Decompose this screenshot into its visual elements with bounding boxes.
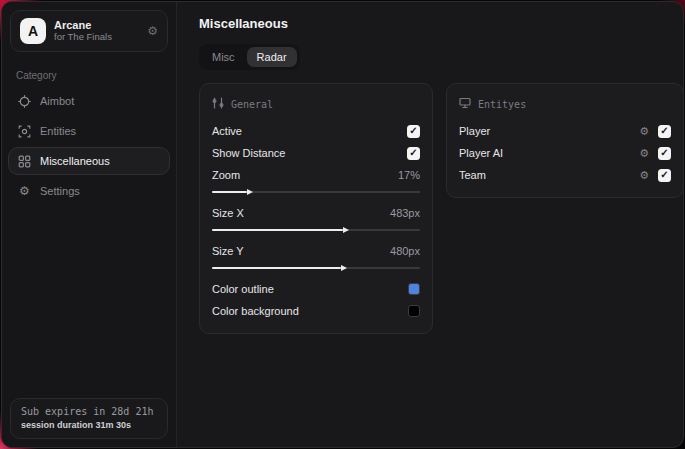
category-label: Category xyxy=(16,70,162,81)
app-title: Arcane xyxy=(54,19,139,32)
gear-icon: ⚙ xyxy=(18,185,31,198)
general-panel-title: General xyxy=(231,99,273,110)
entity-label: Player xyxy=(459,125,490,137)
check-icon: ✓ xyxy=(660,148,668,158)
color-row-background: Color background xyxy=(212,300,420,322)
sidebar: A Arcane for The Finals ⚙ Category Aimbo… xyxy=(2,2,177,447)
tab-group: Misc Radar xyxy=(199,44,300,70)
tab-radar[interactable]: Radar xyxy=(247,47,297,67)
sidebar-item-label: Aimbot xyxy=(40,95,74,107)
sidebar-item-label: Miscellaneous xyxy=(40,155,110,167)
page-title: Miscellaneous xyxy=(199,16,684,31)
app-window: A Arcane for The Finals ⚙ Category Aimbo… xyxy=(1,1,684,448)
color-label: Color outline xyxy=(212,283,274,295)
player-checkbox[interactable]: ✓ xyxy=(658,125,671,138)
slider-row-size-x: Size X 483px xyxy=(212,202,420,224)
grid-icon xyxy=(18,155,31,168)
zoom-slider-thumb[interactable] xyxy=(212,191,247,193)
sidebar-item-entities[interactable]: Entities xyxy=(8,117,170,145)
player-ai-checkbox[interactable]: ✓ xyxy=(658,147,671,160)
gear-icon[interactable]: ⚙ xyxy=(639,148,649,159)
subscription-box: Sub expires in 28d 21h session duration … xyxy=(10,398,168,439)
active-checkbox[interactable]: ✓ xyxy=(407,125,420,138)
tab-misc[interactable]: Misc xyxy=(202,47,245,67)
sub-expires-text: Sub expires in 28d 21h xyxy=(21,406,157,417)
slider-value: 483px xyxy=(390,207,420,219)
sidebar-nav: Aimbot Entities xyxy=(2,87,176,205)
entities-panel: Entityes Player ⚙ ✓ Player AI ⚙ ✓ xyxy=(446,83,684,198)
session-duration-text: session duration 31m 30s xyxy=(21,420,157,430)
size-y-slider[interactable] xyxy=(212,264,420,272)
entities-panel-title: Entityes xyxy=(478,99,526,110)
entity-row-player: Player ⚙ ✓ xyxy=(459,120,671,142)
outline-color-swatch[interactable] xyxy=(408,283,420,295)
size-y-slider-thumb[interactable] xyxy=(212,267,341,269)
crosshair-icon xyxy=(18,95,31,108)
entity-label: Player AI xyxy=(459,147,503,159)
entity-row-player-ai: Player AI ⚙ ✓ xyxy=(459,142,671,164)
color-row-outline: Color outline xyxy=(212,278,420,300)
gear-icon[interactable]: ⚙ xyxy=(639,170,649,181)
zoom-slider[interactable] xyxy=(212,188,420,196)
gear-icon[interactable]: ⚙ xyxy=(639,126,649,137)
color-label: Color background xyxy=(212,305,299,317)
slider-value: 17% xyxy=(398,169,420,181)
check-icon: ✓ xyxy=(409,126,417,136)
slider-value: 480px xyxy=(390,245,420,257)
size-x-slider-thumb[interactable] xyxy=(212,229,343,231)
monitor-icon xyxy=(459,95,471,113)
entity-label: Team xyxy=(459,169,486,181)
slider-row-zoom: Zoom 17% xyxy=(212,164,420,186)
toggle-row-show-distance: Show Distance ✓ xyxy=(212,142,420,164)
team-checkbox[interactable]: ✓ xyxy=(658,169,671,182)
toggle-label: Show Distance xyxy=(212,147,285,159)
sliders-icon xyxy=(212,95,224,113)
sidebar-item-label: Settings xyxy=(40,185,80,197)
check-icon: ✓ xyxy=(660,170,668,180)
app-subtitle: for The Finals xyxy=(54,32,139,43)
check-icon: ✓ xyxy=(660,126,668,136)
sidebar-item-miscellaneous[interactable]: Miscellaneous xyxy=(8,147,170,175)
entities-icon xyxy=(18,125,31,138)
general-panel: General Active ✓ Show Distance ✓ Zoom 17… xyxy=(199,83,433,334)
slider-row-size-y: Size Y 480px xyxy=(212,240,420,262)
slider-label: Size X xyxy=(212,207,244,219)
app-logo: A xyxy=(20,18,46,44)
size-x-slider[interactable] xyxy=(212,226,420,234)
app-header-card: A Arcane for The Finals ⚙ xyxy=(10,10,168,52)
entity-row-team: Team ⚙ ✓ xyxy=(459,164,671,186)
toggle-row-active: Active ✓ xyxy=(212,120,420,142)
settings-gear-icon[interactable]: ⚙ xyxy=(147,24,158,38)
check-icon: ✓ xyxy=(409,148,417,158)
sidebar-item-settings[interactable]: ⚙ Settings xyxy=(8,177,170,205)
sidebar-item-label: Entities xyxy=(40,125,76,137)
show-distance-checkbox[interactable]: ✓ xyxy=(407,147,420,160)
toggle-label: Active xyxy=(212,125,242,137)
sidebar-item-aimbot[interactable]: Aimbot xyxy=(8,87,170,115)
main-content: Miscellaneous Misc Radar General xyxy=(177,2,684,447)
slider-label: Zoom xyxy=(212,169,240,181)
slider-label: Size Y xyxy=(212,245,244,257)
background-color-swatch[interactable] xyxy=(408,305,420,317)
